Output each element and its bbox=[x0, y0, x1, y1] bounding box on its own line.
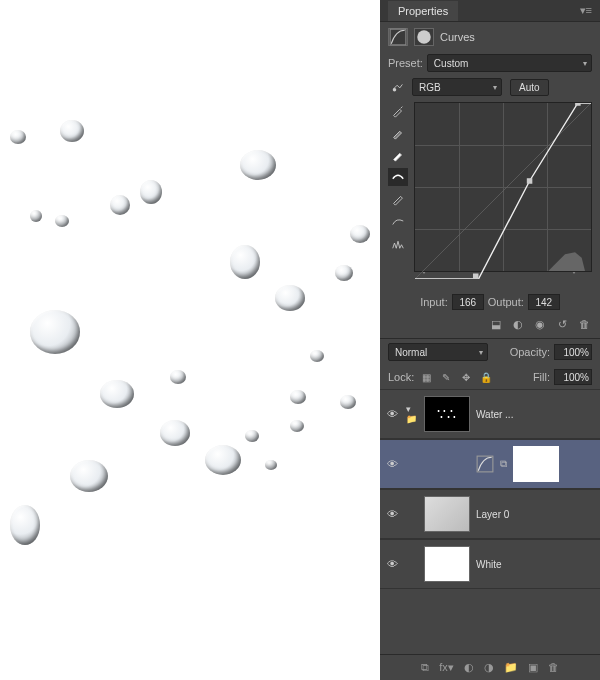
expand-icon[interactable]: ▾📁 bbox=[406, 404, 418, 424]
visibility-icon[interactable]: 👁 bbox=[384, 408, 400, 420]
visibility-icon[interactable]: 👁 bbox=[384, 558, 400, 570]
curves-tools bbox=[388, 102, 408, 272]
layers-header: Normal Opacity: bbox=[380, 339, 600, 365]
eyedropper-gray-icon[interactable] bbox=[388, 124, 408, 142]
layer-name-label[interactable]: White bbox=[476, 559, 596, 570]
clip-to-layer-icon[interactable]: ⬓ bbox=[488, 316, 504, 332]
svg-point-2 bbox=[393, 88, 397, 92]
input-field[interactable] bbox=[452, 294, 484, 310]
blend-mode-dropdown[interactable]: Normal bbox=[388, 343, 488, 361]
toggle-mask-icon[interactable]: ◐ bbox=[510, 316, 526, 332]
layer-effects-icon[interactable]: fx▾ bbox=[439, 661, 454, 674]
mask-icon bbox=[414, 28, 434, 46]
properties-panel: Properties ▾≡ Curves Preset: Custom RGB … bbox=[380, 0, 600, 680]
curves-layer-icon bbox=[476, 457, 494, 471]
water-drop bbox=[30, 310, 80, 354]
water-drop bbox=[205, 445, 241, 475]
curves-adjustment-icon bbox=[388, 28, 408, 46]
canvas-area bbox=[0, 0, 380, 680]
water-drop bbox=[290, 420, 304, 432]
layer-thumbnail[interactable] bbox=[424, 546, 470, 582]
layer-thumbnail[interactable] bbox=[424, 496, 470, 532]
reset-icon[interactable]: ↺ bbox=[554, 316, 570, 332]
water-drop bbox=[10, 505, 40, 545]
water-drop bbox=[340, 395, 356, 409]
layer-row[interactable]: 👁 Layer 0 bbox=[380, 489, 600, 539]
water-drop bbox=[245, 430, 259, 442]
layer-row[interactable]: 👁 White bbox=[380, 539, 600, 589]
eyedropper-black-icon[interactable] bbox=[388, 102, 408, 120]
point-curve-tool-icon[interactable] bbox=[388, 168, 408, 186]
svg-rect-7 bbox=[477, 456, 493, 472]
water-drop bbox=[140, 180, 162, 204]
smooth-tool-icon[interactable] bbox=[388, 212, 408, 230]
channel-dropdown[interactable]: RGB bbox=[412, 78, 502, 96]
panel-header: Properties ▾≡ bbox=[380, 0, 600, 22]
layer-name-label[interactable]: Layer 0 bbox=[476, 509, 596, 520]
layers-list: 👁 ▾📁 ∵∴ Water ... 👁 ⧉ 👁 Layer 0 👁 White bbox=[380, 389, 600, 654]
water-drop bbox=[100, 380, 134, 408]
curves-properties: Curves Preset: Custom RGB Auto bbox=[380, 22, 600, 339]
layer-row[interactable]: 👁 ▾📁 ∵∴ Water ... bbox=[380, 389, 600, 439]
svg-rect-4 bbox=[473, 273, 479, 279]
lock-all-icon[interactable]: 🔒 bbox=[478, 369, 494, 385]
pencil-tool-icon[interactable] bbox=[388, 190, 408, 208]
water-drop bbox=[55, 215, 69, 227]
fill-field[interactable] bbox=[554, 369, 592, 385]
adjustment-layer-icon[interactable]: ◑ bbox=[484, 661, 494, 674]
svg-point-1 bbox=[417, 30, 431, 44]
group-icon[interactable]: 📁 bbox=[504, 661, 518, 674]
eyedropper-white-icon[interactable] bbox=[388, 146, 408, 164]
layer-thumbnail[interactable]: ∵∴ bbox=[424, 396, 470, 432]
output-label: Output: bbox=[488, 296, 524, 308]
water-drop bbox=[290, 390, 306, 404]
water-drop bbox=[335, 265, 353, 281]
visibility-icon[interactable]: 👁 bbox=[384, 508, 400, 520]
lock-transparency-icon[interactable]: ▦ bbox=[418, 369, 434, 385]
mask-thumbnail[interactable] bbox=[513, 446, 559, 482]
preset-label: Preset: bbox=[388, 57, 423, 69]
water-drop bbox=[230, 245, 260, 279]
delete-layer-icon[interactable]: 🗑 bbox=[548, 661, 559, 674]
water-drop bbox=[110, 195, 130, 215]
lock-pixels-icon[interactable]: ✎ bbox=[438, 369, 454, 385]
clip-histogram-icon[interactable] bbox=[388, 234, 408, 252]
new-layer-icon[interactable]: ▣ bbox=[528, 661, 538, 674]
panel-title[interactable]: Properties bbox=[388, 1, 458, 21]
auto-button[interactable]: Auto bbox=[510, 79, 549, 96]
water-drop bbox=[275, 285, 305, 311]
preset-dropdown[interactable]: Custom bbox=[427, 54, 592, 72]
opacity-label: Opacity: bbox=[510, 346, 550, 358]
visibility-icon[interactable]: 👁 bbox=[384, 458, 400, 470]
layer-mask-icon[interactable]: ◐ bbox=[464, 661, 474, 674]
fill-label: Fill: bbox=[533, 371, 550, 383]
lock-label: Lock: bbox=[388, 371, 414, 383]
view-previous-icon[interactable]: ◉ bbox=[532, 316, 548, 332]
svg-rect-5 bbox=[527, 178, 533, 184]
trash-icon[interactable]: 🗑 bbox=[576, 316, 592, 332]
water-drop bbox=[240, 150, 276, 180]
output-field[interactable] bbox=[528, 294, 560, 310]
panel-menu-icon[interactable]: ▾≡ bbox=[580, 4, 592, 17]
input-label: Input: bbox=[420, 296, 448, 308]
water-drop bbox=[60, 120, 84, 142]
layer-name-label[interactable]: Water ... bbox=[476, 409, 596, 420]
water-drop bbox=[30, 210, 42, 222]
link-icon[interactable]: ⧉ bbox=[500, 458, 507, 470]
water-drop bbox=[310, 350, 324, 362]
water-drop bbox=[170, 370, 186, 384]
link-layers-icon[interactable]: ⧉ bbox=[421, 661, 429, 674]
curves-graph[interactable] bbox=[414, 102, 592, 272]
water-drop bbox=[10, 130, 26, 144]
layer-row[interactable]: 👁 ⧉ bbox=[380, 439, 600, 489]
svg-rect-6 bbox=[575, 103, 581, 106]
water-drop bbox=[265, 460, 277, 470]
finger-tool-icon[interactable] bbox=[388, 78, 408, 96]
water-drop bbox=[70, 460, 108, 492]
opacity-field[interactable] bbox=[554, 344, 592, 360]
layers-bottom-toolbar: ⧉ fx▾ ◐ ◑ 📁 ▣ 🗑 bbox=[380, 654, 600, 680]
histogram bbox=[415, 251, 585, 271]
water-drop bbox=[160, 420, 190, 446]
lock-position-icon[interactable]: ✥ bbox=[458, 369, 474, 385]
svg-rect-0 bbox=[390, 29, 406, 45]
